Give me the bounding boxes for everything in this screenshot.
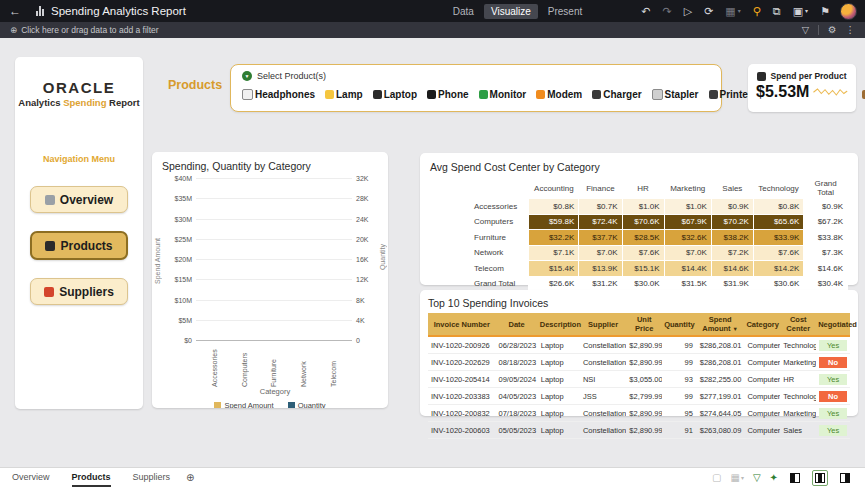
canvas-layout-icon[interactable]: ▦▾ (725, 6, 740, 17)
pivot-value-cell[interactable]: $59.8K (529, 214, 579, 230)
invoice-col-spend-amount[interactable]: Spend Amount▼ (696, 313, 745, 336)
canvas-tab-products[interactable]: Products (72, 468, 111, 487)
invoice-cell: 05/05/2023 (496, 422, 538, 439)
invoice-col-supplier[interactable]: Supplier (580, 313, 626, 336)
mode-tab-present[interactable]: Present (541, 4, 589, 19)
pivot-value-cell[interactable]: $7.6K (622, 245, 664, 261)
add-canvas-button[interactable]: ⊕ (186, 472, 194, 483)
invoice-col-negotiated[interactable]: Negotiated (816, 313, 850, 336)
play-icon[interactable]: ▷ (684, 6, 692, 17)
panel-layout-right-icon[interactable] (837, 470, 853, 486)
desk-icon (862, 90, 865, 99)
mode-tab-visualize[interactable]: Visualize (484, 4, 538, 19)
pivot-value-cell[interactable]: $32.6K (664, 230, 711, 246)
filter-tools-icon[interactable]: ▽ (802, 25, 809, 35)
pivot-grand-total-cell[interactable]: $14.6K (804, 261, 848, 277)
back-button[interactable]: ← (0, 0, 30, 22)
preview-image-icon[interactable]: ▢ (712, 472, 721, 483)
invoice-col-description[interactable]: Description (538, 313, 580, 336)
save-icon[interactable]: ▣▾ (793, 6, 808, 17)
pivot-grand-total-cell[interactable]: $7.3K (804, 245, 848, 261)
refresh-data-icon[interactable]: ⟳ (704, 6, 713, 17)
laptop-icon (757, 72, 766, 81)
pivot-value-cell[interactable]: $38.2K (711, 230, 753, 246)
pivot-value-cell[interactable]: $14.2K (753, 261, 803, 277)
pivot-grand-total-cell[interactable]: $33.8K (804, 230, 848, 246)
user-avatar[interactable] (840, 3, 857, 20)
sort-desc-icon: ▼ (733, 326, 738, 332)
pivot-value-cell[interactable]: $67.9K (664, 214, 711, 230)
pivot-value-cell[interactable]: $65.6K (753, 214, 803, 230)
panel-layout-middle-icon[interactable] (812, 470, 828, 486)
kebab-menu-icon[interactable]: ⋮ (846, 25, 856, 35)
pivot-value-cell[interactable]: $70.2K (711, 214, 753, 230)
invoice-cell: 99 (662, 354, 696, 371)
invoice-col-cost-center[interactable]: Cost Center (780, 313, 816, 336)
pivot-value-cell[interactable]: $28.5K (622, 230, 664, 246)
pivot-grand-total-cell[interactable]: $67.2K (804, 214, 848, 230)
pivot-value-cell[interactable]: $1.0K (622, 199, 664, 215)
sidebar-item-products[interactable]: Products (30, 231, 128, 260)
product-chip-lamp[interactable]: Lamp (325, 89, 363, 100)
product-filter-box[interactable]: ▼ Select Product(s) HeadphonesLampLaptop… (230, 64, 722, 112)
redo-icon[interactable]: ↷ (662, 6, 671, 17)
export-icon[interactable]: ⧉ (773, 6, 781, 17)
canvas-tab-suppliers[interactable]: Suppliers (133, 468, 171, 487)
invoice-col-quantity[interactable]: Quantity (662, 313, 696, 336)
product-chip-monitor[interactable]: Monitor (479, 89, 527, 100)
pivot-value-cell[interactable]: $1.0K (664, 199, 711, 215)
pivot-grand-total-cell[interactable]: $0.9K (804, 199, 848, 215)
auto-insights-icon[interactable]: ✦ (770, 472, 778, 483)
sidebar-item-suppliers[interactable]: Suppliers (30, 278, 128, 305)
add-filter-button[interactable]: ⊕ Click here or drag data to add a filte… (10, 25, 159, 35)
pivot-value-cell[interactable]: $7.2K (711, 245, 753, 261)
filter-green-icon[interactable]: ▽ (753, 472, 761, 483)
sidebar-item-overview[interactable]: Overview (30, 186, 128, 213)
bookmark-icon[interactable]: ⚑ (820, 6, 830, 17)
pivot-value-cell[interactable]: $32.2K (529, 230, 579, 246)
invoice-col-unit-price[interactable]: Unit Price (626, 313, 662, 336)
pivot-value-cell[interactable]: $14.4K (664, 261, 711, 277)
axis-tick: 32K (356, 175, 368, 182)
product-chip-modem[interactable]: Modem (536, 89, 582, 100)
invoice-col-invoice-number[interactable]: Invoice Number (428, 313, 496, 336)
canvas-layout-icon[interactable]: ▦▾ (730, 472, 743, 483)
undo-icon[interactable]: ↶ (641, 6, 650, 17)
pivot-value-cell[interactable]: $7.6K (753, 245, 803, 261)
pivot-value-cell[interactable]: $7.0K (664, 245, 711, 261)
kpi-header: Spend per Product (756, 71, 848, 81)
pivot-value-cell[interactable]: $14.6K (711, 261, 753, 277)
pivot-value-cell[interactable]: $7.0K (579, 245, 622, 261)
product-chip-phone[interactable]: Phone (427, 89, 469, 100)
pivot-col-header: Sales (711, 178, 753, 199)
invoice-col-date[interactable]: Date (496, 313, 538, 336)
pivot-value-cell[interactable]: $0.9K (711, 199, 753, 215)
pivot-value-cell[interactable]: $72.4K (579, 214, 622, 230)
axis-tick: 4K (356, 316, 365, 323)
product-chip-printer[interactable]: Printer (709, 89, 752, 100)
pivot-value-cell[interactable]: $13.9K (579, 261, 622, 277)
invoice-cell: Laptop (538, 405, 580, 422)
invoice-col-category[interactable]: Category (744, 313, 780, 336)
pivot-value-cell[interactable]: $0.7K (579, 199, 622, 215)
sidebar: ORACLE Analytics Spending Report Navigat… (15, 57, 143, 409)
pivot-value-cell[interactable]: $70.6K (622, 214, 664, 230)
panel-layout-left-icon[interactable] (787, 470, 803, 486)
product-chip-stapler[interactable]: Stapler (652, 89, 699, 100)
product-chip-laptop[interactable]: Laptop (373, 89, 417, 100)
pivot-value-cell[interactable]: $0.8K (753, 199, 803, 215)
pivot-value-cell[interactable]: $15.1K (622, 261, 664, 277)
pivot-value-cell[interactable]: $0.8K (529, 199, 579, 215)
mode-tab-data[interactable]: Data (446, 4, 481, 19)
product-chip-headphones[interactable]: Headphones (242, 89, 315, 100)
pivot-value-cell[interactable]: $37.7K (579, 230, 622, 246)
product-chip-desk[interactable]: Desk (862, 89, 865, 100)
canvas-tab-overview[interactable]: Overview (12, 468, 50, 487)
pivot-value-cell[interactable]: $15.4K (529, 261, 579, 277)
insights-lightbulb-icon[interactable]: ⚲ (753, 6, 761, 17)
pivot-value-cell[interactable]: $33.9K (753, 230, 803, 246)
product-chip-charger[interactable]: Charger (592, 89, 641, 100)
pivot-col-header: Marketing (664, 178, 711, 199)
pivot-value-cell[interactable]: $7.1K (529, 245, 579, 261)
gear-icon[interactable]: ⚙ (828, 25, 837, 35)
